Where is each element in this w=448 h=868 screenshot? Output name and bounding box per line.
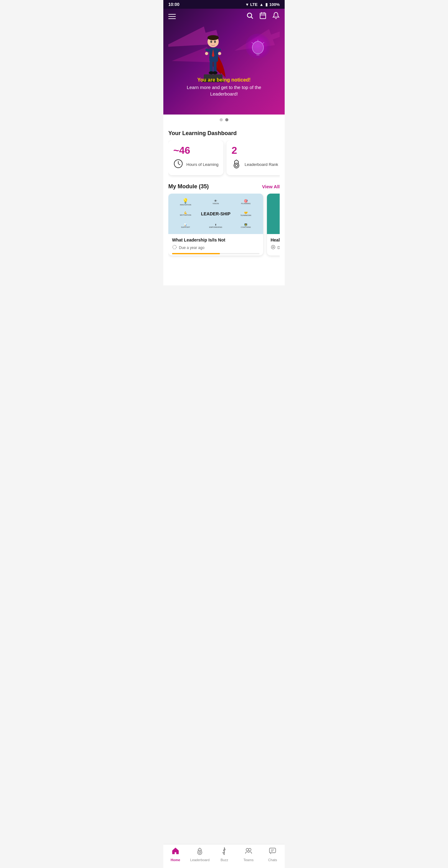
leaderboard-nav-label: Leaderboard [190, 858, 210, 862]
health-card-due: Due a year ago [271, 245, 280, 251]
svg-point-54 [246, 848, 249, 851]
main-content: Your Learning Dashboard ~46 Hours of Lea… [163, 125, 285, 285]
notification-icon[interactable] [272, 12, 280, 21]
home-nav-icon [171, 847, 180, 857]
svg-point-55 [249, 848, 251, 851]
wifi-icon: ▾ [246, 2, 248, 7]
svg-point-15 [207, 35, 219, 40]
svg-point-23 [213, 71, 218, 74]
home-nav-label: Home [170, 858, 180, 862]
status-time: 10:00 [168, 2, 180, 7]
svg-point-52 [199, 851, 201, 854]
leadership-card-body: What Leadership Is/Is Not Due a year ago [168, 234, 263, 255]
svg-rect-2 [260, 13, 266, 19]
dashboard-title: Your Learning Dashboard [168, 125, 280, 141]
svg-rect-16 [205, 48, 210, 52]
hero-sub-text: Learn more and get to the top of the Lea… [178, 84, 270, 97]
leaderboard-rank-card: 2 Leaderboard Rank [226, 141, 280, 175]
play-icon [271, 245, 276, 251]
health-card-image [267, 193, 280, 234]
carousel-dots [163, 115, 285, 125]
module-title: My Module (35) [168, 183, 209, 190]
hours-value: ~46 [173, 145, 218, 156]
buzz-nav-icon [220, 847, 228, 857]
leadership-card-image: 💡INNOVATION 👁VISION 🎯PLANNING 💪MOTIVATIO… [168, 193, 263, 234]
health-card-body: Health Guard Essentials Due a year ago [267, 234, 280, 254]
health-illustration [267, 193, 280, 234]
view-all-button[interactable]: View All [262, 184, 280, 189]
rank-bottom: Leaderboard Rank [231, 159, 278, 171]
battery-level: 100% [269, 2, 280, 7]
teams-nav-label: Teams [243, 858, 253, 862]
nav-buzz[interactable]: Buzz [215, 847, 234, 862]
hero-highlight-text: You are being noticed! [178, 77, 270, 83]
svg-rect-20 [210, 61, 213, 72]
svg-point-18 [205, 52, 208, 55]
search-icon[interactable] [246, 12, 254, 21]
module-header: My Module (35) View All [168, 178, 280, 193]
rank-label: Leaderboard Rank [245, 162, 278, 167]
chats-nav-label: Chats [268, 858, 277, 862]
leadership-progress-fill [172, 253, 220, 254]
circle-progress-icon [172, 245, 177, 251]
bulb-illustration [242, 34, 274, 74]
battery-icon: ▮ [265, 2, 267, 7]
medal-icon [231, 159, 242, 171]
svg-marker-48 [273, 246, 275, 248]
hero-banner: You are being noticed! Learn more and ge… [163, 9, 285, 115]
header-icons [246, 12, 280, 21]
leadership-progress-bar [172, 253, 259, 254]
svg-line-30 [178, 164, 180, 165]
svg-point-27 [214, 40, 216, 43]
leadership-card-due: Due a year ago [172, 245, 259, 251]
hours-learning-card: ~46 Hours of Learning [168, 141, 223, 175]
svg-line-1 [251, 17, 253, 18]
module-cards: 💡INNOVATION 👁VISION 🎯PLANNING 💪MOTIVATIO… [168, 193, 280, 260]
signal-bars-icon: ▲ [259, 2, 263, 7]
nav-home[interactable]: Home [166, 847, 185, 862]
health-card-title: Health Guard Essentials [271, 237, 280, 243]
svg-rect-56 [269, 848, 276, 853]
dashboard-cards: ~46 Hours of Learning 2 [168, 141, 280, 178]
status-right: ▾ LTE ▲ ▮ 100% [246, 2, 280, 7]
buzz-nav-label: Buzz [221, 858, 228, 862]
status-bar: 10:00 ▾ LTE ▲ ▮ 100% [163, 0, 285, 9]
bottom-navigation: Home Leaderboard Buzz [163, 844, 285, 868]
svg-point-44 [173, 245, 177, 249]
leadership-card-title: What Leadership Is/Is Not [172, 237, 259, 243]
hours-label: Hours of Learning [186, 162, 218, 167]
svg-point-34 [235, 164, 238, 167]
svg-point-31 [234, 163, 239, 168]
hero-text: You are being noticed! Learn more and ge… [168, 77, 280, 102]
leadership-illustration: 💡INNOVATION 👁VISION 🎯PLANNING 💪MOTIVATIO… [168, 193, 263, 234]
svg-line-11 [252, 42, 253, 43]
signal-label: LTE [250, 2, 258, 7]
nav-leaderboard[interactable]: Leaderboard [190, 847, 210, 862]
teams-nav-icon [245, 847, 253, 857]
svg-rect-8 [256, 55, 259, 56]
svg-point-26 [210, 40, 212, 43]
leaderboard-nav-icon [196, 847, 204, 857]
hamburger-menu[interactable] [168, 14, 176, 19]
nav-chats[interactable]: Chats [263, 847, 282, 862]
rank-value: 2 [231, 145, 278, 156]
header-top [168, 12, 280, 21]
carousel-dot-2[interactable] [225, 118, 228, 121]
svg-marker-53 [223, 847, 225, 855]
svg-point-6 [252, 41, 263, 54]
carousel-dot-1[interactable] [220, 118, 223, 121]
svg-rect-21 [214, 61, 217, 72]
hours-bottom: Hours of Learning [173, 159, 218, 171]
nav-teams[interactable]: Teams [239, 847, 258, 862]
svg-point-19 [218, 52, 221, 55]
calendar-icon[interactable] [259, 12, 267, 21]
clock-icon [173, 159, 183, 171]
leadership-module-card[interactable]: 💡INNOVATION 👁VISION 🎯PLANNING 💪MOTIVATIO… [168, 193, 263, 255]
chats-nav-icon [268, 847, 277, 857]
svg-rect-7 [256, 53, 260, 55]
hero-illustration: You are being noticed! Learn more and ge… [168, 24, 280, 105]
health-guard-module-card[interactable]: Health Guard Essentials Due a year ago [267, 193, 280, 255]
svg-line-10 [263, 42, 264, 43]
svg-point-49 [197, 850, 202, 855]
